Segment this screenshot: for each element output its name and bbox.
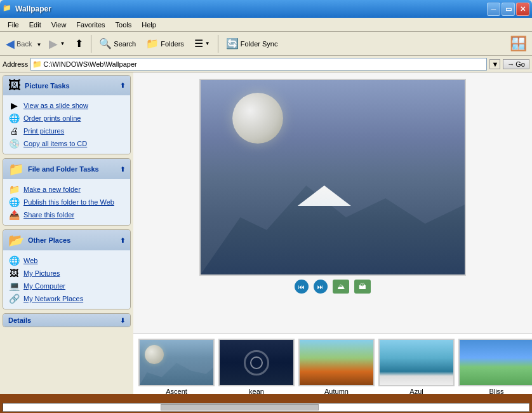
file-folder-tasks-icon: 📁	[8, 161, 24, 177]
thumb-bliss[interactable]: Bliss	[458, 339, 532, 395]
panel-item-publish-folder[interactable]: 🌐 Publish this folder to the Web	[6, 196, 128, 208]
search-icon: 🔍	[99, 37, 112, 50]
thumb-azul[interactable]: Azul	[378, 339, 455, 395]
menu-view[interactable]: View	[46, 20, 72, 30]
title-bar-left: 📁 Wallpaper	[3, 4, 51, 14]
folder-sync-icon: 🔄	[226, 37, 239, 50]
back-icon: ◀	[6, 37, 15, 51]
back-dropdown[interactable]: ▼	[35, 37, 43, 50]
forward-icon: ▶	[49, 37, 58, 51]
close-button[interactable]: ✕	[516, 3, 529, 16]
other-places-header[interactable]: 📂 Other Places ⬆	[3, 230, 130, 250]
next-button[interactable]: ⏭	[314, 280, 328, 294]
other-places-icon: 📂	[8, 233, 24, 248]
details-header[interactable]: Details ⬇	[3, 314, 130, 327]
kean-circle	[244, 350, 269, 376]
zoom-out-button[interactable]: 🏔	[354, 280, 371, 294]
panel-item-print[interactable]: 🖨 Print pictures	[6, 125, 128, 137]
details-title: Details	[8, 316, 31, 324]
my-pictures-label: My Pictures	[23, 269, 60, 277]
picture-tasks-title: Picture Tasks	[25, 82, 70, 90]
folder-sync-button[interactable]: 🔄 Folder Sync	[222, 35, 283, 52]
publish-folder-label: Publish this folder to the Web	[23, 198, 114, 206]
views-icon: ☰	[194, 37, 203, 50]
copy-cd-label: Copy all items to CD	[23, 140, 87, 147]
folders-button[interactable]: 📁 Folders	[142, 35, 189, 52]
scrollbar-thumb[interactable]	[161, 404, 318, 410]
order-prints-label: Order prints online	[23, 114, 81, 122]
address-input-wrapper: 📁	[30, 58, 487, 71]
menu-help[interactable]: Help	[136, 20, 161, 30]
views-button[interactable]: ☰ ▼	[190, 35, 215, 52]
panel-item-new-folder[interactable]: 📁 Make a new folder	[6, 183, 128, 196]
panel-item-slideshow[interactable]: ▶ View as a slide show	[6, 99, 128, 112]
address-bar: Address 📁 ▼ → Go	[0, 56, 532, 72]
file-folder-tasks-header[interactable]: 📁 File and Folder Tasks ⬆	[3, 159, 130, 179]
zoom-in-button[interactable]: ⛰	[333, 280, 349, 294]
address-dropdown-button[interactable]: ▼	[489, 59, 500, 69]
panel-item-network-places[interactable]: 🔗 My Network Places	[6, 292, 128, 305]
picture-tasks-panel: 🖼 Picture Tasks ⬆ ▶ View as a slide show…	[3, 75, 131, 154]
file-folder-tasks-collapse-icon[interactable]: ⬆	[120, 166, 125, 173]
up-button[interactable]: ⬆	[70, 35, 88, 52]
network-places-icon: 🔗	[8, 294, 20, 304]
thumb-ascent[interactable]: Ascent	[138, 339, 215, 395]
search-label: Search	[114, 40, 136, 48]
menu-file[interactable]: File	[3, 20, 24, 30]
menu-tools[interactable]: Tools	[110, 20, 137, 30]
menu-bar: File Edit View Favorites Tools Help	[0, 18, 532, 32]
thumb-kean[interactable]: kean	[218, 339, 295, 395]
thumb-ascent-img	[138, 339, 215, 386]
other-places-content: 🌐 Web 🖼 My Pictures 💻 My Computer 🔗 My N…	[3, 250, 130, 309]
folders-label: Folders	[161, 40, 184, 48]
print-icon: 🖨	[8, 126, 20, 136]
new-folder-label: Make a new folder	[23, 186, 81, 193]
sidebar: 🖼 Picture Tasks ⬆ ▶ View as a slide show…	[0, 72, 133, 400]
panel-item-web[interactable]: 🌐 Web	[6, 254, 128, 267]
views-chevron-icon: ▼	[205, 41, 210, 46]
back-button-group: ◀ Back ▼	[3, 34, 43, 53]
my-computer-label: My Computer	[23, 282, 65, 290]
publish-folder-icon: 🌐	[8, 197, 20, 207]
horizontal-scrollbar[interactable]	[3, 403, 529, 412]
minimize-button[interactable]: ─	[487, 3, 500, 16]
new-folder-icon: 📁	[8, 184, 20, 194]
address-go-button[interactable]: → Go	[503, 59, 529, 69]
toolbar: ◀ Back ▼ ▶ ▼ ⬆ 🔍 Search 📁 Folders ☰ ▼ 🔄 …	[0, 32, 532, 56]
address-folder-icon: 📁	[32, 60, 42, 69]
search-button[interactable]: 🔍 Search	[95, 35, 140, 52]
my-pictures-icon: 🖼	[8, 268, 20, 278]
menu-edit[interactable]: Edit	[24, 20, 46, 30]
slideshow-icon: ▶	[8, 100, 20, 111]
picture-tasks-content: ▶ View as a slide show 🌐 Order prints on…	[3, 95, 130, 154]
picture-tasks-collapse-icon[interactable]: ⬆	[120, 82, 125, 89]
prev-button[interactable]: ⏮	[295, 280, 309, 294]
panel-item-order-prints[interactable]: 🌐 Order prints online	[6, 112, 128, 125]
other-places-title: Other Places	[28, 236, 70, 244]
main-photo	[199, 79, 466, 276]
thumb-kean-img	[218, 339, 295, 386]
back-button[interactable]: ◀ Back	[3, 34, 35, 53]
thumb-autumn[interactable]: Autumn	[298, 339, 375, 395]
moon-element	[232, 93, 283, 144]
picture-tasks-icon: 🖼	[8, 78, 21, 93]
menu-favorites[interactable]: Favorites	[71, 20, 110, 30]
details-collapse-icon[interactable]: ⬇	[120, 317, 125, 324]
picture-tasks-header[interactable]: 🖼 Picture Tasks ⬆	[3, 76, 130, 95]
file-folder-tasks-content: 📁 Make a new folder 🌐 Publish this folde…	[3, 179, 130, 225]
folders-icon: 📁	[146, 37, 159, 50]
panel-item-copy-cd[interactable]: 💿 Copy all items to CD	[6, 137, 128, 150]
photo-viewer: ⏮ ⏭ ⛰ 🏔	[133, 72, 532, 333]
back-label: Back	[17, 40, 32, 48]
maximize-button[interactable]: ▭	[502, 3, 515, 16]
windows-xp-logo: 🪟	[510, 36, 527, 52]
slideshow-label: View as a slide show	[23, 102, 88, 109]
window-title: Wallpaper	[15, 4, 51, 13]
address-label: Address	[3, 60, 28, 68]
other-places-collapse-icon[interactable]: ⬆	[120, 237, 125, 244]
forward-button[interactable]: ▶ ▼	[44, 34, 69, 53]
panel-item-my-computer[interactable]: 💻 My Computer	[6, 280, 128, 292]
address-input[interactable]	[43, 60, 485, 68]
panel-item-share-folder[interactable]: 📤 Share this folder	[6, 208, 128, 221]
panel-item-my-pictures[interactable]: 🖼 My Pictures	[6, 267, 128, 280]
